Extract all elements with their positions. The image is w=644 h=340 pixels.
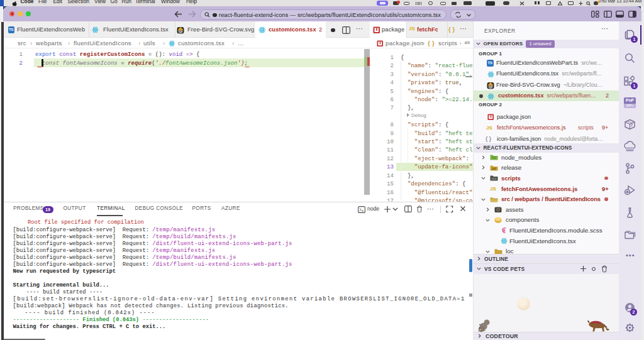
svg-text:M365: M365 (626, 148, 634, 151)
